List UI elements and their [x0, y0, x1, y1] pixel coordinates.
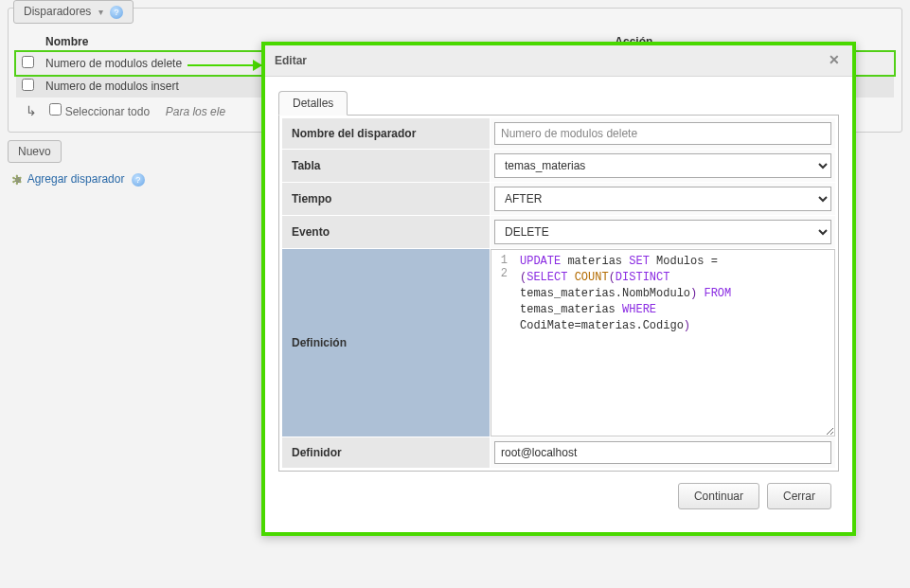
- trigger-name-input[interactable]: [494, 122, 831, 145]
- definer-input[interactable]: [494, 441, 831, 464]
- select-arrow-icon: ↳: [26, 103, 37, 118]
- label-trigger-name: Nombre del disparador: [282, 118, 491, 150]
- row-checkbox[interactable]: [22, 56, 34, 68]
- time-select[interactable]: AFTER: [494, 187, 831, 211]
- modal-title: Editar: [275, 54, 307, 67]
- select-all-label: Seleccionar todo: [65, 105, 150, 118]
- help-icon[interactable]: ?: [110, 6, 123, 19]
- label-time: Tiempo: [282, 183, 491, 216]
- add-trigger-link[interactable]: Agregar disparador: [27, 172, 125, 186]
- chevron-down-icon: ▾: [98, 7, 103, 17]
- gear-icon: [11, 173, 25, 187]
- close-icon[interactable]: ✕: [826, 52, 843, 69]
- label-table: Tabla: [282, 150, 491, 183]
- select-all-checkbox[interactable]: [49, 103, 62, 116]
- modal-titlebar: Editar ✕: [265, 45, 852, 77]
- label-definer: Definidor: [282, 437, 491, 469]
- tab-bar: Detalles: [278, 90, 839, 116]
- annotation-arrow: [187, 64, 261, 66]
- form-table: Nombre del disparador Tabla temas_materi…: [281, 117, 836, 469]
- row-checkbox[interactable]: [22, 79, 34, 91]
- new-panel-title: Nuevo: [18, 145, 51, 158]
- code-gutter: 12: [491, 250, 514, 436]
- table-select[interactable]: temas_materias: [494, 153, 831, 178]
- label-definition: Definición: [282, 249, 491, 437]
- help-icon[interactable]: ?: [132, 173, 145, 187]
- tab-content: Nombre del disparador Tabla temas_materi…: [278, 116, 839, 472]
- for-selected-label: Para los ele: [166, 105, 225, 118]
- close-button[interactable]: Cerrar: [767, 483, 831, 509]
- triggers-panel-title: Disparadores: [24, 5, 91, 18]
- continue-button[interactable]: Continuar: [678, 483, 759, 509]
- event-select[interactable]: DELETE: [494, 220, 831, 244]
- edit-trigger-modal: Editar ✕ Detalles Nombre del disparador …: [261, 42, 856, 536]
- definition-editor[interactable]: 12 UPDATE materias SET Modulos = (SELECT…: [491, 249, 835, 437]
- new-panel-header: Nuevo: [8, 140, 62, 163]
- tab-details[interactable]: Detalles: [278, 91, 348, 116]
- modal-footer: Continuar Cerrar: [278, 472, 839, 519]
- label-event: Evento: [282, 216, 491, 249]
- triggers-panel-header[interactable]: Disparadores ▾ ?: [13, 0, 134, 24]
- code-content[interactable]: UPDATE materias SET Modulos = (SELECT CO…: [514, 250, 737, 436]
